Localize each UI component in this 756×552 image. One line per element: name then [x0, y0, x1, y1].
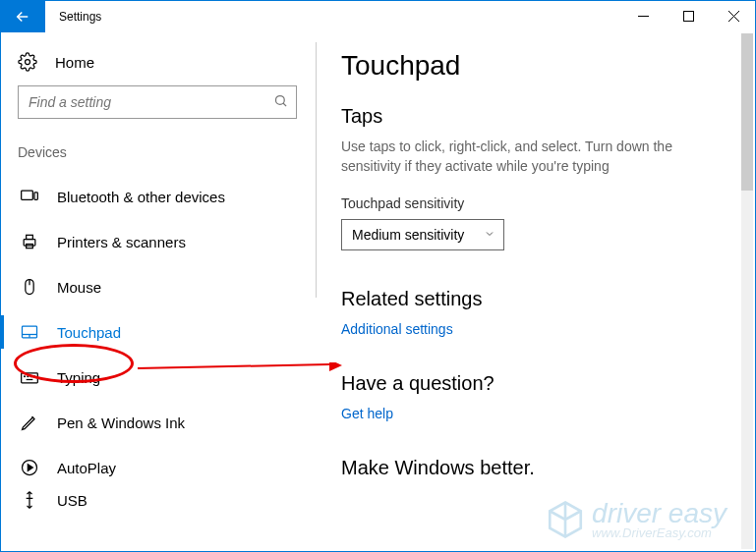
sidebar-item-touchpad[interactable]: Touchpad — [18, 309, 297, 355]
sidebar-item-label: Pen & Windows Ink — [57, 414, 185, 431]
minimize-button[interactable] — [620, 0, 666, 32]
maximize-button[interactable] — [666, 0, 711, 32]
back-button[interactable] — [0, 0, 45, 32]
svg-point-1 — [26, 60, 30, 65]
better-header: Make Windows better. — [341, 457, 727, 479]
svg-rect-13 — [22, 373, 38, 383]
page-title: Touchpad — [341, 50, 727, 82]
keyboard-icon — [20, 367, 39, 387]
svg-marker-20 — [28, 465, 32, 471]
sidebar-item-bluetooth[interactable]: Bluetooth & other devices — [18, 174, 297, 219]
sidebar-item-label: AutoPlay — [57, 460, 116, 476]
chevron-down-icon — [484, 227, 495, 243]
sensitivity-value: Medium sensitivity — [352, 227, 464, 243]
svg-rect-6 — [27, 235, 33, 239]
sensitivity-label: Touchpad sensitivity — [341, 195, 727, 211]
close-icon — [728, 11, 739, 22]
sidebar-item-label: Typing — [57, 369, 100, 386]
printer-icon — [20, 232, 39, 251]
category-header: Devices — [18, 144, 297, 160]
svg-rect-0 — [683, 12, 693, 22]
sidebar-item-typing[interactable]: Typing — [18, 355, 297, 400]
svg-point-14 — [25, 376, 26, 377]
related-header: Related settings — [341, 288, 727, 310]
titlebar: Settings — [0, 0, 756, 32]
main-content: Touchpad Taps Use taps to click, right-c… — [315, 32, 756, 552]
maximize-icon — [683, 11, 694, 22]
get-help-link[interactable]: Get help — [341, 406, 393, 421]
pen-icon — [20, 413, 39, 432]
sidebar-item-label: Printers & scanners — [57, 234, 186, 250]
devices-icon — [20, 187, 39, 206]
sidebar-item-label: Touchpad — [57, 324, 121, 341]
home-button[interactable]: Home — [18, 52, 297, 72]
svg-point-2 — [276, 95, 285, 104]
usb-icon — [20, 490, 39, 510]
close-button[interactable] — [711, 0, 756, 32]
sidebar-item-autoplay[interactable]: AutoPlay — [18, 445, 297, 490]
mouse-icon — [20, 277, 39, 297]
minimize-icon — [638, 11, 649, 22]
svg-rect-5 — [24, 240, 35, 247]
scrollbar-thumb[interactable] — [741, 33, 753, 191]
search-input[interactable] — [29, 94, 273, 110]
svg-rect-3 — [22, 191, 33, 199]
svg-point-15 — [28, 376, 29, 377]
gear-icon — [18, 52, 37, 72]
separator — [316, 42, 317, 298]
sidebar: Home Devices Bluetooth & other devices P… — [0, 32, 315, 552]
sidebar-item-label: Mouse — [57, 279, 101, 296]
svg-point-17 — [34, 376, 35, 377]
sidebar-item-usb[interactable]: USB — [18, 490, 297, 510]
scrollbar[interactable] — [741, 33, 753, 549]
home-label: Home — [55, 54, 94, 71]
sidebar-item-pen[interactable]: Pen & Windows Ink — [18, 400, 297, 445]
window-controls — [620, 0, 756, 32]
sidebar-item-mouse[interactable]: Mouse — [18, 264, 297, 309]
taps-header: Taps — [341, 105, 727, 128]
search-icon — [273, 93, 288, 112]
autoplay-icon — [20, 458, 39, 477]
sidebar-item-label: USB — [57, 492, 87, 509]
window-title: Settings — [45, 0, 101, 32]
sidebar-item-printers[interactable]: Printers & scanners — [18, 219, 297, 264]
touchpad-icon — [20, 322, 39, 342]
additional-settings-link[interactable]: Additional settings — [341, 321, 453, 337]
search-box[interactable] — [18, 85, 297, 119]
sensitivity-dropdown[interactable]: Medium sensitivity — [341, 219, 504, 250]
arrow-left-icon — [14, 8, 31, 26]
svg-rect-4 — [34, 193, 37, 200]
taps-description: Use taps to click, right-click, and sele… — [341, 138, 727, 176]
svg-point-16 — [30, 376, 31, 377]
sidebar-item-label: Bluetooth & other devices — [57, 189, 225, 205]
question-header: Have a question? — [341, 372, 727, 395]
